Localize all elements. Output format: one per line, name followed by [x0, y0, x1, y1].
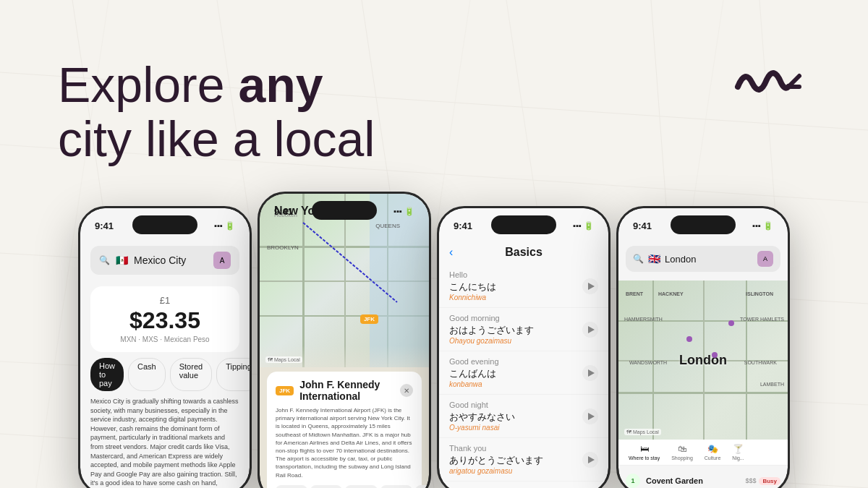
phone-4-bottom-tabs: 🛏 Where to stay 🛍 Shopping 🎭 Culture 🍸 N…: [618, 440, 788, 466]
tab-where-to-stay[interactable]: 🛏 Where to stay: [624, 444, 664, 461]
phone-4-avatar: A: [757, 251, 773, 267]
phone-1-avatar: A: [213, 252, 231, 269]
place-1-tags: $$$ Busy: [745, 477, 780, 485]
phrase-hello[interactable]: Hello こんにちは Konnichiwa: [439, 265, 608, 308]
phrase-hello-romaji: Konnichiwa: [449, 294, 496, 301]
wanderlog-logo-svg: [731, 58, 810, 116]
phrase-thank-you-content: Thank you ありがとうございます arigatou gozaimasu: [449, 444, 543, 475]
hero-line1-bold: any: [238, 57, 323, 112]
terminal-1[interactable]: Terminal 1: [276, 485, 307, 488]
terminal-2[interactable]: Terminal 2: [310, 485, 342, 488]
phrase-ty-romaji: arigatou gozaimasu: [449, 467, 543, 475]
jfk-airport-name: John F. Kennedy International: [299, 379, 394, 402]
phone-2-jfk: 9:41 ▪▪▪ 🔋 New York Hoboken BROOKLYN Q: [258, 192, 431, 488]
phone-3-screen: 9:41 ▪▪▪ 🔋 ‹ Basics Hello こんにちは Konnichi…: [439, 208, 608, 488]
phrases-list: Hello こんにちは Konnichiwa Good morning おはよう…: [439, 265, 608, 488]
phone-4-status-icons: ▪▪▪ 🔋: [752, 221, 773, 231]
phone-1-mexico-city: 9:41 ▪▪▪ 🔋 🔍 🇲🇽 Mexico City A £1 $23.35: [78, 206, 252, 488]
jfk-card-header: JFK John F. Kennedy International ✕: [276, 379, 413, 402]
place-1-number: 1: [626, 474, 640, 488]
wandsworth-label: WANDSWORTH: [629, 360, 667, 365]
southwark-label: SOUTHWARK: [744, 360, 777, 365]
phone-1-tabs: How to pay Cash Stored value Tipping: [80, 352, 250, 397]
phrase-ge-romaji: konbanwa: [449, 380, 499, 388]
play-gn-button[interactable]: [582, 408, 598, 424]
hero-line2: city like a local: [58, 111, 375, 166]
phrase-yes[interactable]: Yes はい hai: [439, 481, 608, 488]
phrase-hello-native: こんにちは: [449, 281, 496, 294]
phone-4-places-list: 1 Covent Garden $$$ Busy 2 Shoreditch $$…: [618, 466, 788, 488]
phrase-thank-you[interactable]: Thank you ありがとうございます arigatou gozaimasu: [439, 438, 608, 481]
tab-stored-value[interactable]: Stored value: [170, 358, 212, 391]
phone-3-dynamic-island: [491, 215, 556, 234]
brent-label: BRENT: [626, 291, 643, 296]
search-icon: 🔍: [99, 255, 110, 265]
nightlife-icon: 🍸: [733, 444, 744, 454]
phone-2-time: 9:41: [274, 206, 293, 217]
hammersmith-label: HAMMERSMITH: [624, 317, 663, 322]
tab-how-to-pay[interactable]: How to pay: [90, 358, 124, 391]
play-hello-button[interactable]: [582, 278, 598, 294]
phone-3-time: 9:41: [454, 221, 472, 231]
phone-4-flag: 🇬🇧: [648, 253, 660, 265]
currency-subtitle: MXN · MXS · Mexican Peso: [101, 335, 229, 343]
place-1-busy: Busy: [759, 477, 780, 485]
phrase-good-evening[interactable]: Good evening こんばんは konbanwa: [439, 351, 608, 395]
basics-title: Basics: [505, 246, 542, 259]
play-icon-2: [588, 326, 595, 333]
phrase-gn-native: おやすみなさい: [449, 411, 515, 424]
hackney-label: HACKNEY: [658, 291, 684, 296]
terminal-more[interactable]: Termin...: [415, 485, 429, 488]
tab-cash[interactable]: Cash: [128, 358, 166, 391]
play-ty-button[interactable]: [582, 452, 598, 468]
tower-hamlets-label: TOWER HAMLETS: [740, 317, 784, 322]
bed-icon: 🛏: [640, 444, 649, 454]
terminal-4[interactable]: Terminal 4: [345, 485, 377, 488]
jfk-badge: JFK: [276, 386, 294, 395]
phone-1-city-name: Mexico City: [134, 254, 208, 266]
phrase-gm-native: おはようございます: [449, 324, 534, 337]
phone-3-status-icons: ▪▪▪ 🔋: [573, 221, 594, 231]
phrase-gm-romaji: Ohayou gozaimasu: [449, 337, 534, 345]
phone-1-search-bar[interactable]: 🔍 🇲🇽 Mexico City A: [90, 246, 239, 275]
currency-label: £1: [101, 295, 229, 306]
maps-attribution: 🗺 Maps Local: [265, 356, 302, 363]
phones-container: 9:41 ▪▪▪ 🔋 🔍 🇲🇽 Mexico City A £1 $23.35: [78, 192, 790, 488]
place-covent-garden[interactable]: 1 Covent Garden $$$ Busy: [626, 470, 780, 488]
tab-culture[interactable]: 🎭 Culture: [700, 444, 726, 461]
svg-line-14: [303, 223, 397, 302]
close-button[interactable]: ✕: [400, 384, 413, 397]
phone-4-time: 9:41: [633, 221, 652, 231]
play-icon-3: [588, 369, 595, 377]
play-icon-5: [588, 456, 595, 463]
tab-shopping[interactable]: 🛍 Shopping: [667, 444, 697, 461]
play-ge-button[interactable]: [582, 365, 598, 381]
map-jfk-pin: JFK: [360, 314, 378, 324]
phone-4-search-bar[interactable]: 🔍 🇬🇧 London A: [626, 246, 780, 272]
phrase-good-morning-content: Good morning おはようございます Ohayou gozaimasu: [449, 314, 534, 345]
hero-title: Explore any city like a local: [58, 58, 375, 166]
phrase-good-morning[interactable]: Good morning おはようございます Ohayou gozaimasu: [439, 308, 608, 351]
tab-tipping[interactable]: Tipping: [216, 358, 250, 391]
phone-1-screen: 9:41 ▪▪▪ 🔋 🔍 🇲🇽 Mexico City A £1 $23.35: [80, 208, 250, 488]
play-gm-button[interactable]: [582, 322, 598, 338]
phrase-gn-romaji: O-yasumi nasai: [449, 424, 515, 432]
phone-4-london: 9:41 ▪▪▪ 🔋 🔍 🇬🇧 London A: [616, 206, 790, 488]
back-button[interactable]: ‹: [449, 246, 453, 259]
phone-1-flag: 🇲🇽: [116, 254, 128, 266]
phrase-gm-english: Good morning: [449, 314, 534, 322]
map-pin-3: [728, 320, 734, 326]
play-icon-4: [588, 413, 595, 420]
phone-2-status-icons: ▪▪▪ 🔋: [393, 207, 414, 216]
phrase-ty-native: ありがとうございます: [449, 454, 543, 467]
phone-3-basics: 9:41 ▪▪▪ 🔋 ‹ Basics Hello こんにちは Konnichi…: [437, 206, 610, 488]
search-icon-4: 🔍: [633, 254, 644, 264]
terminals-row: Terminal 1 Terminal 2 Terminal 4 Termina…: [276, 485, 413, 488]
phrase-good-evening-content: Good evening こんばんは konbanwa: [449, 357, 499, 388]
phrase-hello-content: Hello こんにちは Konnichiwa: [449, 270, 496, 301]
currency-value: $23.35: [101, 307, 229, 334]
terminal-5[interactable]: Terminal 5: [380, 485, 412, 488]
tab-nightlife[interactable]: 🍸 Nig...: [728, 444, 748, 461]
phrase-good-night[interactable]: Good night おやすみなさい O-yasumi nasai: [439, 395, 608, 438]
phone-4-screen: 9:41 ▪▪▪ 🔋 🔍 🇬🇧 London A: [618, 208, 788, 488]
